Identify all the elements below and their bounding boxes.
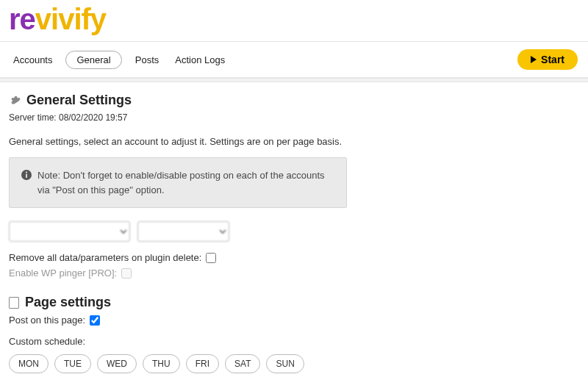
server-time: Server time: 08/02/2020 19:57: [9, 112, 579, 123]
tab-general[interactable]: General: [65, 51, 121, 69]
page-settings-heading: Page settings: [9, 295, 579, 310]
note-text: Note: Don't forget to enable/disable pos…: [37, 168, 334, 197]
play-icon: [531, 56, 537, 63]
general-title: General Settings: [26, 93, 132, 108]
logo: revivify: [9, 4, 579, 34]
svg-rect-1: [26, 174, 27, 178]
start-button-label: Start: [541, 54, 564, 65]
tab-accounts[interactable]: Accounts: [10, 51, 55, 68]
tab-posts[interactable]: Posts: [132, 51, 162, 68]
remove-data-label: Remove all data/parameters on plugin del…: [9, 252, 201, 263]
page-icon: [9, 297, 19, 309]
wp-pinger-checkbox: [121, 268, 132, 279]
info-icon: [21, 170, 32, 180]
day-thu[interactable]: THU: [143, 354, 180, 373]
logo-part2: vivify: [35, 4, 106, 34]
tabs: Accounts General Posts Action Logs: [10, 51, 228, 69]
nav-row: Accounts General Posts Action Logs Start: [0, 42, 588, 78]
wp-pinger-label: Enable WP pinger [PRO]:: [9, 268, 117, 279]
post-on-page-label: Post on this page:: [9, 315, 85, 326]
general-settings-heading: General Settings: [9, 93, 579, 108]
day-pills: MON TUE WED THU FRI SAT SUN: [9, 354, 579, 373]
page-settings-title: Page settings: [25, 295, 111, 310]
day-fri[interactable]: FRI: [186, 354, 219, 373]
start-button[interactable]: Start: [517, 49, 578, 70]
svg-point-2: [26, 171, 27, 173]
tab-action-logs[interactable]: Action Logs: [172, 51, 228, 68]
day-sun[interactable]: SUN: [266, 354, 304, 373]
general-description: General settings, select an account to a…: [9, 136, 579, 147]
wp-pinger-row: Enable WP pinger [PRO]:: [9, 268, 579, 279]
remove-data-checkbox[interactable]: [206, 253, 216, 263]
logo-part1: re: [9, 4, 35, 34]
account-select[interactable]: [9, 221, 130, 242]
day-mon[interactable]: MON: [9, 354, 49, 373]
remove-data-row: Remove all data/parameters on plugin del…: [9, 252, 579, 263]
day-wed[interactable]: WED: [97, 354, 137, 373]
page-select[interactable]: [137, 221, 229, 242]
day-sat[interactable]: SAT: [225, 354, 260, 373]
note-box: Note: Don't forget to enable/disable pos…: [9, 157, 347, 208]
post-on-page-checkbox[interactable]: [90, 315, 100, 326]
post-on-page-row: Post on this page:: [9, 315, 579, 326]
custom-schedule-label: Custom schedule:: [9, 336, 579, 347]
day-tue[interactable]: TUE: [54, 354, 91, 373]
gear-icon: [9, 95, 21, 107]
